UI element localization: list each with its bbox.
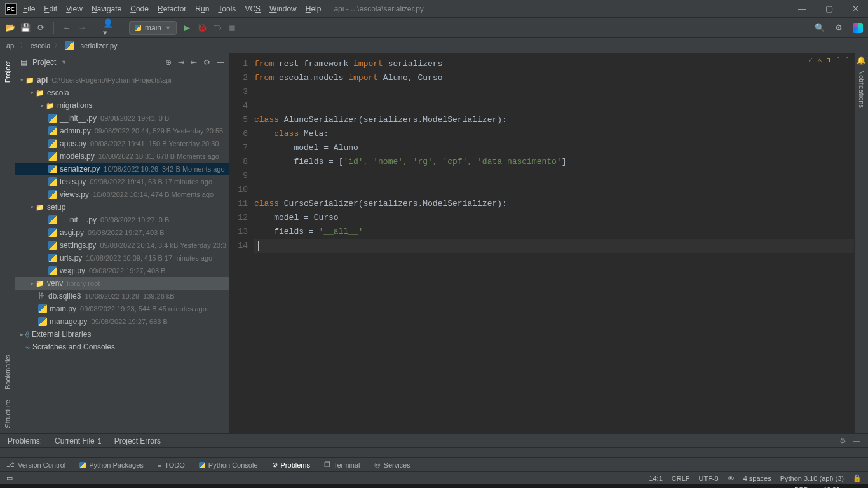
tree-folder-migrations[interactable]: ▸📁migrations: [15, 99, 229, 112]
tree-file[interactable]: urls.py10/08/2022 10:09, 415 B 17 minute…: [15, 252, 229, 264]
expand-up-icon[interactable]: ˄: [836, 56, 840, 64]
menu-window[interactable]: Window: [269, 4, 297, 13]
breadcrumb-item[interactable]: serializer.py: [80, 42, 117, 50]
editor-inspections[interactable]: ✓ ⚠1 ˄ ˅: [808, 56, 849, 64]
explorer-app[interactable]: [149, 485, 166, 488]
line-separator[interactable]: CRLF: [672, 475, 690, 482]
tree-file[interactable]: settings.py09/08/2022 20:14, 3,4 kB Yest…: [15, 239, 229, 252]
caret-position[interactable]: 14:1: [649, 475, 662, 482]
lock-icon[interactable]: 🔒: [853, 474, 862, 482]
tab-problems[interactable]: ⊘Problems: [272, 461, 310, 469]
code-with-me-icon[interactable]: [853, 23, 863, 33]
search-button[interactable]: 🔍: [28, 485, 46, 488]
tree-external-libs[interactable]: ▸⟠External Libraries: [15, 328, 229, 341]
tree-file[interactable]: models.py10/08/2022 10:31, 678 B Moments…: [15, 150, 229, 163]
expand-all-icon[interactable]: ⇥: [178, 58, 184, 67]
python-app[interactable]: [294, 485, 311, 488]
run-icon[interactable]: ▶: [182, 23, 192, 33]
chrome-app[interactable]: [100, 485, 118, 488]
tree-file-selected[interactable]: serializer.py10/08/2022 10:26, 342 B Mom…: [15, 163, 229, 175]
interpreter-info[interactable]: Python 3.10 (api) (3): [780, 475, 844, 482]
add-config-icon[interactable]: 👤▾: [103, 23, 113, 33]
cortana-button[interactable]: [52, 485, 70, 488]
tree-file[interactable]: apps.py09/08/2022 19:41, 150 B Yesterday…: [15, 137, 229, 150]
debug-icon[interactable]: 🐞: [197, 23, 207, 33]
select-opened-icon[interactable]: ⊕: [165, 58, 172, 67]
run-config-selector[interactable]: main ▼: [129, 21, 177, 35]
hide-icon[interactable]: —: [853, 437, 860, 445]
tab-project[interactable]: Project: [4, 61, 11, 83]
tree-file[interactable]: __init__.py09/08/2022 19:41, 0 B: [15, 112, 229, 125]
tree-file[interactable]: __init__.py09/08/2022 19:27, 0 B: [15, 214, 229, 226]
readonly-icon[interactable]: 👁: [728, 475, 735, 482]
pycharm-app[interactable]: [342, 485, 360, 488]
indent-info[interactable]: 4 spaces: [743, 475, 771, 482]
tool-window-toggle-icon[interactable]: ▭: [6, 474, 13, 482]
tree-file[interactable]: tests.py09/08/2022 19:41, 63 B 17 minute…: [15, 175, 229, 188]
outlook-app[interactable]: O: [173, 485, 191, 488]
tree-file[interactable]: admin.py09/08/2022 20:44, 529 B Yesterda…: [15, 125, 229, 137]
menu-tools[interactable]: Tools: [218, 4, 236, 13]
tree-file[interactable]: views.py10/08/2022 10:14, 474 B Moments …: [15, 188, 229, 201]
forward-icon[interactable]: →: [77, 23, 87, 33]
save-icon[interactable]: 💾: [20, 23, 31, 33]
close-button[interactable]: ✕: [848, 3, 863, 15]
maximize-button[interactable]: ▢: [822, 3, 837, 15]
menu-refactor[interactable]: Refactor: [158, 4, 186, 13]
tree-folder-escola[interactable]: ▾📁escola: [15, 86, 229, 99]
file-encoding[interactable]: UTF-8: [699, 475, 719, 482]
tree-file[interactable]: asgi.py09/08/2022 19:27, 403 B: [15, 226, 229, 239]
menu-code[interactable]: Code: [130, 4, 149, 13]
tab-project-errors[interactable]: Project Errors: [114, 437, 161, 445]
tree-scratches[interactable]: ⟐Scratches and Consoles: [15, 341, 229, 353]
tab-notifications[interactable]: Notifications: [858, 70, 865, 108]
tree-file[interactable]: wsgi.py09/08/2022 19:27, 403 B: [15, 264, 229, 277]
tab-todo[interactable]: ≡TODO: [158, 461, 185, 469]
task-view-button[interactable]: ⊟: [76, 485, 94, 488]
terminal-app[interactable]: [366, 485, 384, 488]
menu-run[interactable]: Run: [195, 4, 209, 13]
chevron-down-icon[interactable]: ▼: [61, 59, 67, 65]
reload-icon[interactable]: ⟳: [36, 23, 46, 33]
menu-file[interactable]: File: [23, 4, 35, 13]
collapse-all-icon[interactable]: ⇤: [191, 58, 197, 67]
tree-root[interactable]: ▾📁apiC:\Users\Rogério\PycharmProjects\ap…: [15, 74, 229, 86]
open-icon[interactable]: 📂: [5, 23, 15, 33]
tab-current-file[interactable]: Current File 1: [55, 437, 102, 445]
word-app[interactable]: W: [197, 485, 215, 488]
edge-app[interactable]: [125, 485, 142, 488]
tree-file[interactable]: manage.py09/08/2022 19:27, 683 B: [15, 315, 229, 328]
search-icon[interactable]: 🔍: [815, 23, 825, 33]
menu-edit[interactable]: Edit: [44, 4, 57, 13]
minimize-button[interactable]: —: [794, 3, 810, 15]
code-editor[interactable]: 1234567891011121314 from rest_framework …: [230, 53, 854, 433]
coverage-icon[interactable]: ⮌: [212, 23, 222, 33]
breadcrumb-item[interactable]: escola: [31, 42, 51, 50]
tab-version-control[interactable]: ⎇Version Control: [6, 461, 65, 469]
tree-folder-venv[interactable]: ▸📁venvlibrary root: [15, 277, 229, 290]
start-button[interactable]: ⊞: [4, 485, 22, 488]
notifications-icon[interactable]: 🔔: [857, 56, 866, 65]
menu-vcs[interactable]: VCS: [245, 4, 261, 13]
sublime-app[interactable]: [269, 485, 287, 488]
project-tree[interactable]: ▾📁apiC:\Users\Rogério\PycharmProjects\ap…: [15, 71, 229, 433]
tree-file[interactable]: 🗄db.sqlite310/08/2022 10:29, 139,26 kB: [15, 290, 229, 302]
tab-bookmarks[interactable]: Bookmarks: [4, 355, 11, 390]
menu-view[interactable]: View: [66, 4, 83, 13]
tree-file[interactable]: main.py09/08/2022 19:23, 544 B 45 minute…: [15, 302, 229, 315]
excel-app[interactable]: X: [221, 485, 239, 488]
tab-services[interactable]: ◎Services: [374, 461, 410, 469]
menu-help[interactable]: Help: [306, 4, 322, 13]
tab-structure[interactable]: Structure: [4, 400, 11, 428]
tab-terminal[interactable]: ❐Terminal: [324, 461, 360, 469]
menu-navigate[interactable]: Navigate: [92, 4, 121, 13]
settings-icon[interactable]: ⚙: [834, 23, 844, 33]
breadcrumb-item[interactable]: api: [6, 42, 16, 50]
settings-icon[interactable]: ⚙: [203, 58, 210, 67]
stop-icon[interactable]: ◼: [227, 23, 238, 33]
tree-folder-setup[interactable]: ▾📁setup: [15, 201, 229, 214]
tab-python-packages[interactable]: Python Packages: [79, 461, 144, 469]
tab-python-console[interactable]: Python Console: [199, 461, 258, 469]
hide-icon[interactable]: —: [217, 58, 224, 67]
settings-icon[interactable]: ⚙: [839, 437, 846, 445]
